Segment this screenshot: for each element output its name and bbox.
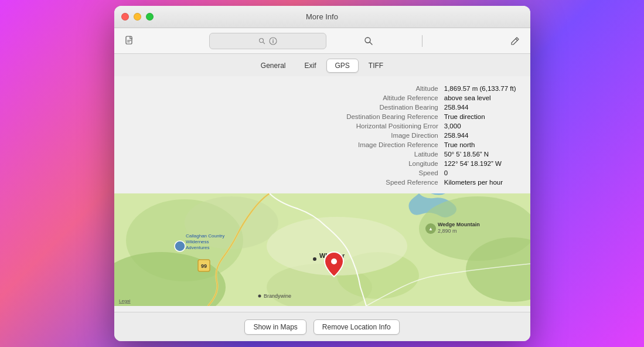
value-speed-ref: Kilometers per hour: [444, 178, 516, 186]
file-icon: [124, 36, 135, 46]
tab-gps[interactable]: GPS: [326, 59, 359, 73]
edit-button[interactable]: [505, 33, 526, 49]
value-latitude: 50° 5’ 18.56” N: [444, 150, 516, 158]
svg-point-29: [175, 241, 185, 251]
toolbar-right-search: [319, 33, 417, 49]
svg-text:Wilderness: Wilderness: [186, 239, 209, 244]
toolbar-divider: [422, 35, 422, 47]
svg-text:2,890 m: 2,890 m: [438, 228, 457, 234]
tab-tiff[interactable]: TIFF: [360, 59, 392, 73]
label-img-dir: Image Direction: [128, 131, 438, 140]
map-svg: Whistler 99 ▲ Wedge Mountain 2,890 m: [114, 193, 530, 306]
label-speed: Speed: [128, 169, 438, 177]
search-icon: [258, 38, 265, 45]
svg-point-20: [313, 257, 316, 261]
gps-content: Altitude 1,869.57 m (6,133.77 ft) Altitu…: [114, 76, 530, 312]
minimize-button[interactable]: [134, 13, 141, 21]
svg-point-7: [273, 39, 274, 40]
close-button[interactable]: [121, 13, 129, 21]
maximize-button[interactable]: [146, 13, 154, 21]
toolbar: [114, 28, 530, 54]
svg-text:Wedge Mountain: Wedge Mountain: [438, 222, 480, 227]
label-longitude: Longitude: [128, 159, 438, 168]
svg-line-9: [370, 42, 372, 45]
label-dest-bearing: Destination Bearing: [128, 103, 438, 111]
info-circle-icon: [269, 37, 277, 45]
title-bar: More Info: [114, 6, 530, 28]
label-hpe: Horizontal Positioning Error: [128, 122, 438, 130]
tabs-row: General Exif GPS TIFF: [114, 54, 530, 76]
label-img-dir-ref: Image Direction Reference: [128, 141, 438, 149]
value-speed: 0: [444, 169, 516, 177]
search-bar[interactable]: [209, 33, 326, 49]
svg-line-4: [263, 42, 265, 43]
search-button[interactable]: [358, 33, 379, 49]
bottom-bar: Show in Maps Remove Location Info: [114, 312, 530, 341]
value-altitude-ref: above sea level: [444, 94, 516, 102]
search-icon-btn: [364, 36, 373, 46]
edit-icon: [510, 36, 520, 46]
svg-text:99: 99: [200, 263, 206, 269]
toolbar-far-right: [427, 33, 525, 49]
toolbar-left: [119, 33, 217, 49]
svg-text:Legal: Legal: [119, 298, 131, 304]
svg-line-10: [516, 39, 517, 40]
file-button[interactable]: [119, 33, 140, 49]
value-img-dir: 258.944: [444, 131, 516, 140]
label-dest-bearing-ref: Destination Bearing Reference: [128, 113, 438, 121]
label-altitude-ref: Altitude Reference: [128, 94, 438, 102]
tab-exif[interactable]: Exif: [296, 59, 325, 73]
window-controls: [121, 13, 154, 21]
show-in-maps-button[interactable]: Show in Maps: [244, 319, 306, 335]
value-dest-bearing: 258.944: [444, 103, 516, 111]
label-speed-ref: Speed Reference: [128, 178, 438, 186]
svg-point-33: [258, 295, 261, 298]
tab-general[interactable]: General: [252, 59, 295, 73]
toolbar-center: [219, 33, 317, 49]
main-window: More Info: [114, 6, 530, 341]
map-container: Whistler 99 ▲ Wedge Mountain 2,890 m: [114, 193, 530, 306]
svg-text:Adventures: Adventures: [186, 245, 209, 250]
value-img-dir-ref: True north: [444, 141, 516, 149]
svg-point-22: [331, 258, 337, 264]
remove-location-button[interactable]: Remove Location Info: [314, 319, 400, 335]
value-longitude: 122° 54’ 18.192” W: [444, 159, 516, 168]
value-altitude: 1,869.57 m (6,133.77 ft): [444, 84, 516, 93]
label-latitude: Latitude: [128, 150, 438, 158]
value-dest-bearing-ref: True direction: [444, 113, 516, 121]
svg-text:Brandywine: Brandywine: [264, 293, 291, 299]
label-altitude: Altitude: [128, 84, 438, 93]
svg-text:▲: ▲: [428, 226, 433, 232]
value-hpe: 3,000: [444, 122, 516, 130]
svg-text:Callaghan Country: Callaghan Country: [186, 233, 224, 239]
info-grid: Altitude 1,869.57 m (6,133.77 ft) Altitu…: [114, 82, 530, 193]
window-title: More Info: [306, 12, 338, 21]
